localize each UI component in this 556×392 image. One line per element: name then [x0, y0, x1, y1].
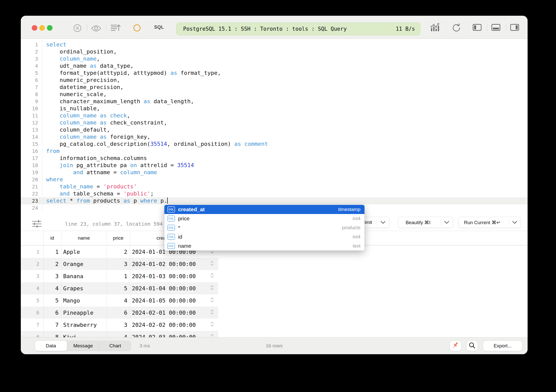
- cell-id[interactable]: 3: [43, 273, 61, 279]
- autocomplete-item[interactable]: COLpriceint4: [164, 214, 364, 223]
- code-line[interactable]: 4 udt_name as data_type,: [21, 62, 528, 69]
- table-row[interactable]: 55Mango42024-01-05 00:00:00: [21, 294, 218, 307]
- datetime-stepper-icon[interactable]: [210, 297, 214, 304]
- code-line[interactable]: 7 datetime_precision,: [21, 84, 528, 91]
- datetime-stepper-icon[interactable]: [210, 310, 214, 316]
- export-button[interactable]: Export...: [483, 341, 522, 351]
- chevron-down-icon[interactable]: [512, 220, 517, 225]
- cell-id[interactable]: 1: [43, 249, 61, 255]
- code-line[interactable]: 19 and attname = column_name: [21, 169, 528, 176]
- table-row[interactable]: 33Banana12024-01-03 00:00:00: [21, 270, 218, 282]
- column-header-name[interactable]: name: [61, 231, 107, 245]
- datetime-stepper-icon[interactable]: [210, 285, 214, 292]
- datetime-stepper-icon[interactable]: [210, 273, 214, 279]
- code-line[interactable]: 9 character_maximum_length as data_lengt…: [21, 98, 528, 105]
- table-row[interactable]: 66Pineapple62024-02-01 00:00:00: [21, 307, 218, 319]
- cell-price[interactable]: 4: [107, 334, 130, 337]
- cell-price[interactable]: 3: [107, 261, 130, 267]
- cell-created-at[interactable]: 2024-02-01 00:00:00: [130, 310, 218, 316]
- autocomplete-item[interactable]: COLnametext: [164, 241, 364, 251]
- code-line[interactable]: 18 join pg_attribute pa on attrelid = 35…: [21, 162, 528, 169]
- code-line[interactable]: 12 column_name as check_constraint,: [21, 119, 528, 126]
- cell-id[interactable]: 6: [43, 310, 61, 316]
- datetime-stepper-icon[interactable]: [210, 261, 214, 267]
- cell-name[interactable]: Grapes: [61, 285, 107, 292]
- tab-chart[interactable]: Chart: [99, 341, 131, 351]
- cell-price[interactable]: 6: [107, 310, 130, 316]
- code-line[interactable]: 5 format_type(atttypid, atttypmod) as fo…: [21, 69, 528, 77]
- cell-id[interactable]: 2: [43, 261, 61, 267]
- cell-name[interactable]: Mango: [61, 297, 107, 304]
- autocomplete-item[interactable]: COLcreated_attimestamp: [164, 205, 364, 214]
- cancel-query-icon[interactable]: [73, 24, 82, 34]
- column-header-id[interactable]: id: [43, 231, 61, 245]
- cell-created-at[interactable]: 2024-01-02 00:00:00: [130, 261, 218, 267]
- autocomplete-item[interactable]: COL*products: [164, 223, 364, 232]
- table-row[interactable]: 77Strawberry32024-02-02 00:00:00: [21, 319, 218, 331]
- cell-price[interactable]: 3: [107, 322, 130, 328]
- datetime-stepper-icon[interactable]: [210, 334, 214, 337]
- code-line[interactable]: 20where: [21, 176, 528, 183]
- cell-price[interactable]: 5: [107, 285, 130, 292]
- cell-created-at[interactable]: 2024-01-04 00:00:00: [130, 285, 218, 292]
- zoom-window-button[interactable]: [47, 25, 53, 31]
- cell-id[interactable]: 5: [43, 297, 61, 304]
- table-row[interactable]: 88Kiwi42024-02-03 00:00:00: [21, 331, 218, 337]
- cell-id[interactable]: 4: [43, 285, 61, 292]
- autocomplete-item[interactable]: COLidint4: [164, 232, 364, 241]
- code-line[interactable]: 15 pg_catalog.col_description(35514, ord…: [21, 140, 528, 148]
- close-window-button[interactable]: [32, 25, 37, 31]
- cell-created-at[interactable]: 2024-02-02 00:00:00: [130, 322, 218, 328]
- code-line[interactable]: 13 column_default,: [21, 126, 528, 133]
- code-line[interactable]: 22 and table_schema = 'public';: [21, 190, 528, 197]
- run-current-button[interactable]: Run Current ⌘↵: [458, 217, 521, 228]
- connection-banner[interactable]: PostgreSQL 15.1 : SSH : Toronto : tools …: [176, 23, 420, 35]
- cell-created-at[interactable]: 2024-01-05 00:00:00: [130, 297, 218, 304]
- cell-name[interactable]: Strawberry: [61, 322, 107, 328]
- cell-price[interactable]: 4: [107, 297, 130, 304]
- cell-name[interactable]: Orange: [61, 261, 107, 267]
- datetime-stepper-icon[interactable]: [210, 322, 214, 328]
- code-line[interactable]: 14 column_name as foreign_key,: [21, 133, 528, 140]
- code-line[interactable]: 23select * from products as p where p.: [21, 197, 528, 204]
- code-line[interactable]: 8 numeric_scale,: [21, 91, 528, 98]
- cell-name[interactable]: Kiwi: [61, 334, 107, 337]
- query-history-icon[interactable]: [111, 24, 121, 33]
- cell-price[interactable]: 2: [107, 249, 130, 255]
- code-line[interactable]: 10 is_nullable,: [21, 105, 528, 112]
- editor-settings-icon[interactable]: [32, 220, 42, 229]
- chevron-down-icon[interactable]: [444, 220, 449, 225]
- toggle-left-panel-icon[interactable]: [473, 24, 482, 32]
- cell-created-at[interactable]: 2024-02-03 00:00:00: [130, 334, 218, 337]
- cell-name[interactable]: Pineapple: [61, 310, 107, 316]
- code-line[interactable]: 11 column_name as check,: [21, 112, 528, 119]
- code-line[interactable]: 17 information_schema.columns: [21, 155, 528, 162]
- cell-price[interactable]: 1: [107, 273, 130, 279]
- sql-editor[interactable]: 1select2 ordinal_position,3 column_name,…: [21, 39, 528, 213]
- preview-eye-icon[interactable]: [91, 25, 101, 33]
- toggle-bottom-panel-icon[interactable]: [491, 24, 500, 32]
- code-line[interactable]: 16from: [21, 148, 528, 155]
- cell-name[interactable]: Apple: [61, 249, 107, 255]
- search-result-button[interactable]: [466, 341, 478, 351]
- beautify-button[interactable]: Beautify ⌘I: [398, 217, 453, 228]
- cell-name[interactable]: Banana: [61, 273, 107, 279]
- refresh-icon[interactable]: [451, 23, 461, 33]
- minimize-window-button[interactable]: [39, 25, 45, 31]
- code-line[interactable]: 6 numeric_precision,: [21, 77, 528, 84]
- chevron-down-icon[interactable]: [380, 220, 386, 225]
- tab-message[interactable]: Message: [67, 341, 99, 351]
- chart-stats-icon[interactable]: [430, 23, 440, 33]
- code-line[interactable]: 21 table_name = 'products': [21, 183, 528, 190]
- cell-created-at[interactable]: 2024-01-03 00:00:00: [130, 273, 218, 279]
- code-line[interactable]: 3 column_name,: [21, 55, 528, 62]
- pin-result-button[interactable]: [450, 341, 461, 351]
- toggle-right-panel-icon[interactable]: [510, 24, 519, 32]
- code-line[interactable]: 2 ordinal_position,: [21, 48, 528, 55]
- cell-id[interactable]: 7: [43, 322, 61, 328]
- cell-id[interactable]: 8: [43, 334, 61, 337]
- table-row[interactable]: 22Orange32024-01-02 00:00:00: [21, 258, 218, 270]
- table-row[interactable]: 44Grapes52024-01-04 00:00:00: [21, 282, 218, 294]
- tab-data[interactable]: Data: [35, 341, 67, 351]
- column-header-price[interactable]: price: [107, 231, 130, 245]
